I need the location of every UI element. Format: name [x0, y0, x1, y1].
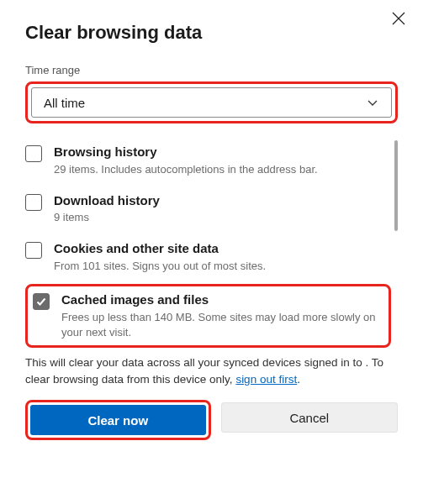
checkmark-icon	[35, 296, 47, 307]
option-cookies: Cookies and other site data From 101 sit…	[25, 235, 388, 284]
option-title: Cookies and other site data	[54, 240, 388, 257]
checkbox-browsing-history[interactable]	[25, 145, 42, 162]
option-title: Cached images and files	[61, 291, 383, 308]
sync-info-text: This will clear your data across all you…	[25, 354, 398, 389]
option-sub: Frees up less than 140 MB. Some sites ma…	[61, 310, 383, 340]
chevron-down-icon	[366, 96, 379, 109]
time-range-label: Time range	[25, 64, 398, 76]
option-browsing-history: Browsing history 29 items. Includes auto…	[25, 139, 388, 187]
time-range-select[interactable]: All time	[31, 87, 392, 118]
option-cached-highlight: Cached images and files Frees up less th…	[25, 284, 391, 348]
option-title: Download history	[54, 192, 388, 209]
checkbox-cookies[interactable]	[25, 242, 42, 259]
time-range-value: All time	[44, 96, 85, 110]
sign-out-link[interactable]: sign out first	[235, 373, 297, 386]
checkbox-cached-images[interactable]	[33, 293, 50, 310]
clear-browsing-data-dialog: Clear browsing data Time range All time …	[0, 0, 423, 449]
option-sub: From 101 sites. Signs you out of most si…	[54, 259, 388, 274]
clear-now-highlight: Clear now	[25, 400, 211, 440]
clear-now-button[interactable]: Clear now	[30, 405, 206, 435]
dialog-buttons: Clear now Cancel	[25, 400, 398, 449]
time-range-highlight: All time	[25, 81, 398, 123]
checkbox-download-history[interactable]	[25, 194, 42, 211]
scrollbar-thumb[interactable]	[394, 140, 398, 231]
option-cached-images: Cached images and files Frees up less th…	[33, 290, 383, 342]
dialog-title: Clear browsing data	[25, 22, 398, 44]
option-sub: 9 items	[54, 210, 388, 225]
options-list: Browsing history 29 items. Includes auto…	[25, 139, 398, 348]
option-sub: 29 items. Includes autocompletions in th…	[54, 162, 388, 177]
option-download-history: Download history 9 items	[25, 187, 388, 236]
close-button[interactable]	[387, 7, 410, 30]
close-icon	[392, 12, 405, 25]
option-title: Browsing history	[54, 144, 388, 160]
cancel-button[interactable]: Cancel	[221, 402, 399, 433]
